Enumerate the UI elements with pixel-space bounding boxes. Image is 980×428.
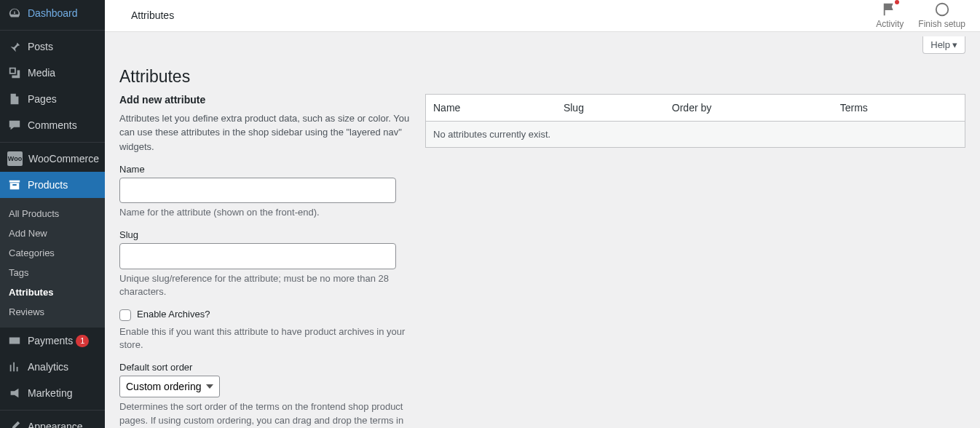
sidebar-item-label: WooCommerce [28,153,99,165]
attributes-table: Name Slug Order by Terms No attributes c… [425,94,965,148]
sidebar-item-products[interactable]: Products [0,172,105,198]
col-orderby[interactable]: Order by [665,94,833,121]
sidebar-item-dashboard[interactable]: Dashboard [0,0,105,26]
sidebar-item-label: Dashboard [28,7,78,19]
col-slug[interactable]: Slug [556,94,665,121]
sidebar-item-label: Media [28,67,55,79]
chevron-down-icon: ▾ [952,39,957,50]
slug-hint: Unique slug/reference for the attribute;… [119,272,411,298]
sidebar-item-comments[interactable]: Comments [0,112,105,138]
sort-order-select[interactable]: Custom ordering [119,376,220,397]
sidebar-item-label: Products [28,179,68,191]
submenu-add-new[interactable]: Add New [0,223,105,243]
svg-point-0 [936,4,948,16]
payments-badge: 1 [76,335,89,347]
section-description: Attributes let you define extra product … [119,111,411,154]
finish-setup-button[interactable]: Finish setup [918,1,965,29]
page-title: Attributes [119,54,965,94]
name-input[interactable] [119,178,396,203]
sidebar-item-label: Marketing [28,387,72,399]
sidebar-item-analytics[interactable]: Analytics [0,354,105,380]
archives-label: Enable Archives? [137,309,210,320]
pin-icon [7,39,22,54]
submenu-reviews[interactable]: Reviews [0,302,105,322]
dashboard-icon [7,6,22,20]
section-heading: Add new attribute [119,94,411,106]
sidebar-item-woocommerce[interactable]: WooWooCommerce [0,146,105,172]
topbar: Attributes Activity Finish setup [105,0,980,32]
submenu-tags[interactable]: Tags [0,263,105,282]
col-name[interactable]: Name [426,94,556,121]
sidebar-item-label: Pages [28,93,57,105]
add-attribute-form: Add new attribute Attributes let you def… [119,94,411,428]
sidebar-item-label: Comments [28,119,77,131]
flag-icon [882,1,898,17]
name-label: Name [119,164,411,175]
sidebar-item-pages[interactable]: Pages [0,86,105,112]
media-icon [7,66,22,80]
help-tab[interactable]: Help▾ [922,36,965,54]
chart-icon [7,360,22,374]
products-submenu: All Products Add New Categories Tags Att… [0,198,105,328]
activity-button[interactable]: Activity [876,1,904,29]
activity-label: Activity [876,19,904,29]
breadcrumb: Attributes [119,9,174,21]
brush-icon [7,419,22,428]
enable-archives-checkbox[interactable] [119,309,131,321]
sidebar-item-label: Appearance [28,421,83,428]
woo-icon: Woo [7,151,23,166]
sidebar-item-marketing[interactable]: Marketing [0,380,105,406]
submenu-all-products[interactable]: All Products [0,204,105,223]
circle-icon [934,1,950,17]
archives-hint: Enable this if you want this attribute t… [119,325,411,352]
comment-icon [7,118,22,132]
submenu-categories[interactable]: Categories [0,243,105,263]
slug-label: Slug [119,229,411,240]
archive-icon [7,178,22,192]
finish-label: Finish setup [918,19,965,29]
notification-dot [895,0,899,4]
empty-row: No attributes currently exist. [426,121,965,147]
page-icon [7,92,22,106]
payments-icon [7,333,22,348]
col-terms[interactable]: Terms [833,94,965,121]
submenu-attributes[interactable]: Attributes [0,282,105,302]
sidebar-item-posts[interactable]: Posts [0,33,105,60]
sidebar-item-label: Payments [28,335,73,346]
name-hint: Name for the attribute (shown on the fro… [119,206,411,219]
megaphone-icon [7,386,22,400]
sidebar-item-appearance[interactable]: Appearance [0,413,105,428]
sort-hint: Determines the sort order of the terms o… [119,400,411,428]
sidebar-item-label: Analytics [28,361,68,373]
slug-input[interactable] [119,243,396,269]
sort-label: Default sort order [119,362,411,373]
sidebar-item-media[interactable]: Media [0,60,105,86]
admin-sidebar: Dashboard Posts Media Pages Comments Woo… [0,0,105,428]
sidebar-item-payments[interactable]: Payments1 [0,328,105,354]
sidebar-item-label: Posts [28,41,53,52]
